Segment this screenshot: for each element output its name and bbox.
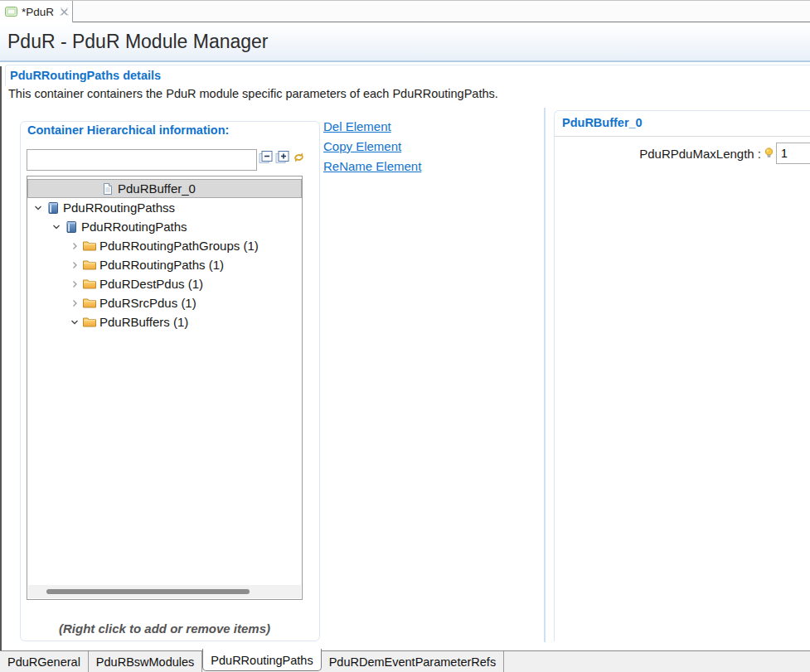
tree-item[interactable]: PduRRoutingPathss [27, 198, 302, 217]
tab-PduRRoutingPaths[interactable]: PduRRoutingPaths [202, 649, 321, 671]
section-description: This container containers the PduR modul… [8, 87, 498, 100]
editor-tabstrip: *PduR [0, 0, 810, 22]
editor-left-border [0, 66, 2, 650]
chevron-collapsed-icon[interactable] [69, 280, 80, 288]
parameter-row: PduRPduMaxLength : [554, 141, 810, 166]
chevron-expanded-icon[interactable] [69, 318, 80, 326]
tree-item[interactable]: PduRSrcPdus (1) [27, 293, 302, 312]
hierarchy-title: Container Hierarchical information: [27, 123, 229, 137]
document-icon [100, 183, 115, 195]
tree-item[interactable]: PduRDestPdus (1) [27, 274, 302, 293]
tree-item-label: PduRBuffers (1) [99, 315, 188, 329]
app-root: *PduR PduR - PduR Module Manager PduRRou… [0, 0, 810, 672]
chevron-collapsed-icon[interactable] [69, 261, 80, 269]
properties-fields: PduRPduMaxLength : [554, 141, 810, 166]
expand-all-icon[interactable] [275, 151, 289, 164]
tree-item-label: PduRRoutingPaths (1) [99, 258, 224, 272]
tab-PduRBswModules[interactable]: PduRBswModules [89, 651, 202, 672]
chevron-collapsed-icon[interactable] [69, 242, 80, 250]
tree-item[interactable]: PduRRoutingPaths (1) [27, 255, 302, 274]
folder-icon [82, 297, 97, 308]
lightbulb-icon [764, 147, 774, 160]
section-header-box: PduRRoutingPaths details [5, 65, 810, 86]
form-editor-icon [5, 7, 17, 17]
folder-icon [82, 259, 97, 270]
del-element-link[interactable]: Del Element [323, 119, 421, 133]
parameter-label: PduRPduMaxLength : [554, 147, 761, 161]
scrollbar-thumb[interactable] [46, 589, 250, 594]
tree-item-label: PduRRoutingPaths [81, 220, 187, 234]
chevron-expanded-icon[interactable] [32, 204, 44, 212]
parameter-value-input[interactable] [776, 143, 810, 164]
tree-item-label: PduRBuffer_0 [118, 181, 196, 196]
copy-element-link[interactable]: Copy Element [323, 139, 421, 153]
tree-item-label: PduRDestPdus (1) [99, 277, 203, 291]
tree-item-label: PduRRoutingPathGroups (1) [99, 239, 259, 253]
editor-tab-pdur[interactable]: *PduR [0, 1, 73, 22]
folder-icon [82, 317, 97, 327]
hierarchy-tree: PduRBuffer_0 PduRRoutingPathss PduRRouti… [27, 176, 303, 600]
tree-item[interactable]: PduRRoutingPathGroups (1) [27, 236, 302, 255]
tree-toolbar [259, 151, 306, 164]
chevron-collapsed-icon[interactable] [69, 299, 80, 307]
panel-divider[interactable] [544, 108, 546, 642]
chevron-expanded-icon[interactable] [51, 223, 62, 231]
folder-icon [82, 278, 97, 289]
tree-item[interactable]: PduRRoutingPaths [27, 217, 302, 236]
tree-item-label: PduRRoutingPathss [63, 201, 175, 215]
module-icon [46, 202, 61, 214]
page-title: PduR - PduR Module Manager [0, 23, 810, 62]
tree-item[interactable]: PduRBuffers (1) [27, 312, 302, 331]
collapse-all-icon[interactable] [259, 151, 273, 164]
properties-groupbox: PduRBuffer_0 [554, 110, 810, 641]
element-actions: Del ElementCopy ElementReName Element [323, 119, 421, 173]
tree-hint: (Right click to add or remove items) [27, 621, 303, 636]
rename-element-link[interactable]: ReName Element [323, 159, 421, 173]
bottom-tabstrip: PduRGeneralPduRBswModulesPduRRoutingPath… [0, 650, 810, 672]
sync-icon[interactable] [292, 151, 306, 164]
tab-PduRDemEventParameterRefs[interactable]: PduRDemEventParameterRefs [322, 651, 504, 672]
close-icon[interactable] [60, 7, 69, 17]
tree-item-label: PduRSrcPdus (1) [99, 296, 196, 310]
tab-PduRGeneral[interactable]: PduRGeneral [0, 651, 89, 672]
module-icon [64, 221, 79, 233]
properties-title: PduRBuffer_0 [555, 111, 810, 137]
folder-icon [82, 240, 97, 251]
tree-item[interactable]: PduRBuffer_0 [27, 179, 302, 198]
editor-tab-label: *PduR [22, 6, 54, 18]
tree-filter-input[interactable] [27, 149, 257, 171]
section-title: PduRRoutingPaths details [6, 65, 810, 82]
horizontal-scrollbar[interactable] [28, 585, 301, 598]
